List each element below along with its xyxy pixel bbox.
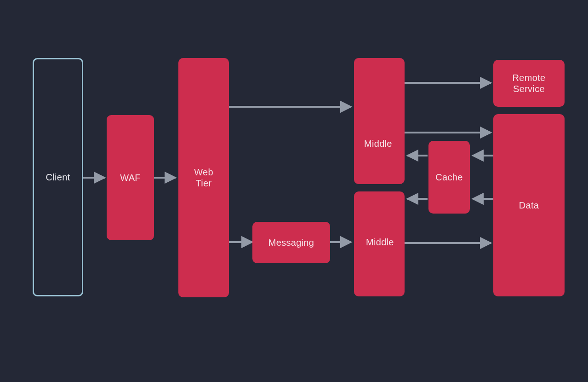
node-middle-top: Middle [354,58,405,184]
node-client-label: Client [46,172,70,183]
diagram-stage: Client WAF Web Tier Messaging Middle Mid… [0,0,588,382]
node-middle-top-label: Middle [364,138,392,149]
node-remote-service: Remote Service [493,60,565,107]
node-data-label: Data [519,200,539,211]
node-client: Client [33,58,83,296]
node-waf: WAF [107,115,154,240]
node-middle-bottom-label: Middle [366,237,394,248]
node-waf-label: WAF [120,172,141,183]
node-messaging-label: Messaging [268,237,314,248]
node-middle-bottom: Middle [354,191,405,296]
node-web-tier: Web Tier [178,58,229,297]
node-data: Data [493,114,565,296]
node-remote-service-label: Remote Service [513,72,546,94]
node-cache-label: Cache [435,172,462,183]
node-messaging: Messaging [252,222,330,263]
node-web-tier-label: Web Tier [194,167,213,189]
node-cache: Cache [428,141,470,214]
